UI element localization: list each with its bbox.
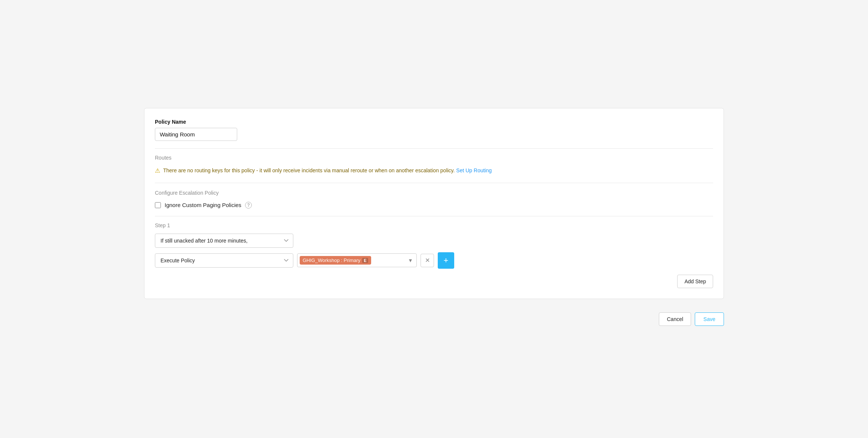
routes-section: Routes ⚠ There are no routing keys for t… xyxy=(155,155,713,175)
timing-dropdown[interactable]: If still unacked after 10 more minutes, … xyxy=(155,234,293,248)
divider-routes xyxy=(155,148,713,149)
cancel-button[interactable]: Cancel xyxy=(659,312,691,326)
add-icon: + xyxy=(444,256,449,265)
divider-configure xyxy=(155,183,713,183)
policy-dropdown-arrow-icon[interactable]: ▾ xyxy=(407,255,413,265)
step1-label: Step 1 xyxy=(155,222,713,228)
ignore-custom-paging-checkbox[interactable] xyxy=(155,202,161,208)
footer-bar: Cancel Save xyxy=(144,308,724,330)
warning-bar: ⚠ There are no routing keys for this pol… xyxy=(155,166,713,175)
policy-name-input[interactable] xyxy=(155,128,237,141)
divider-step1 xyxy=(155,216,713,216)
setup-routing-link[interactable]: Set Up Routing xyxy=(456,167,492,173)
policy-name-section: Policy Name xyxy=(155,119,713,141)
remove-icon: ✕ xyxy=(425,257,430,264)
timing-row: If still unacked after 10 more minutes, … xyxy=(155,234,713,248)
policy-name-label: Policy Name xyxy=(155,119,713,125)
form-card: Policy Name Routes ⚠ There are no routin… xyxy=(144,108,724,299)
action-dropdown[interactable]: Execute Policy Notify User Notify Group xyxy=(155,253,293,268)
warning-text: There are no routing keys for this polic… xyxy=(163,167,492,175)
policy-tag-badge: E xyxy=(362,258,368,263)
policy-tag-text: GHIG_Workshop : Primary xyxy=(303,257,360,263)
warning-icon: ⚠ xyxy=(155,167,160,174)
add-step-row: Add Step xyxy=(155,275,713,288)
ignore-checkbox-row: Ignore Custom Paging Policies ? xyxy=(155,202,713,209)
configure-label: Configure Escalation Policy xyxy=(155,190,713,196)
policy-tag-container: GHIG_Workshop : Primary E ▾ xyxy=(297,253,417,267)
routes-label: Routes xyxy=(155,155,713,161)
page-container: Policy Name Routes ⚠ There are no routin… xyxy=(144,108,724,330)
action-row: Execute Policy Notify User Notify Group … xyxy=(155,252,713,269)
help-icon[interactable]: ? xyxy=(245,202,252,209)
step1-section: Step 1 If still unacked after 10 more mi… xyxy=(155,222,713,288)
policy-tag: GHIG_Workshop : Primary E xyxy=(300,256,371,265)
step1-rows: If still unacked after 10 more minutes, … xyxy=(155,234,713,269)
add-step-button[interactable]: Add Step xyxy=(677,275,713,288)
ignore-custom-paging-label[interactable]: Ignore Custom Paging Policies xyxy=(165,202,241,208)
save-button[interactable]: Save xyxy=(695,312,724,326)
remove-policy-button[interactable]: ✕ xyxy=(421,254,434,267)
add-policy-button[interactable]: + xyxy=(438,252,454,269)
configure-section: Configure Escalation Policy Ignore Custo… xyxy=(155,190,713,209)
